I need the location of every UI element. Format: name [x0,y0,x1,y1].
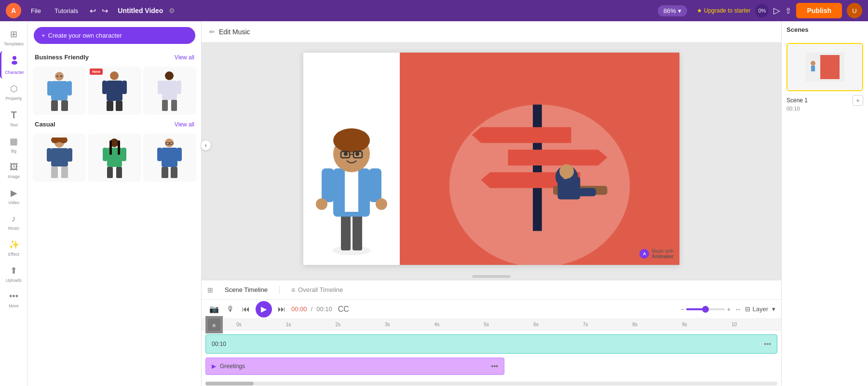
greetings-dots[interactable]: ••• [491,362,498,370]
character-c3[interactable] [143,134,196,182]
character-bf2[interactable]: New [88,67,141,115]
zoom-control[interactable]: 86% ▾ [658,5,687,16]
sidebar-item-property[interactable]: ⬡ Property [0,80,27,105]
share-button[interactable]: ⇧ [785,6,791,15]
expand-timeline-icon[interactable]: ↔ [734,305,741,313]
sidebar-item-image[interactable]: 🖼 Image [0,158,27,183]
svg-rect-19 [171,100,177,111]
sidebar-item-video[interactable]: ▶ Video [0,184,27,209]
sidebar-label-text: Text [10,123,18,127]
business-friendly-grid: New [28,65,201,117]
svg-point-59 [355,152,359,156]
preview-play-button[interactable]: ▷ [773,5,780,16]
character-c2[interactable] [88,134,141,182]
ruler-3s: 3s [385,322,390,327]
upgrade-label: Upgrade to starter [704,7,751,14]
sidebar-icons: ⊞ Templates Character ⬡ Property T Text … [0,21,28,386]
character-panel: + Create your own character Business Fri… [28,21,202,386]
subtitle-button[interactable]: CC [336,303,351,316]
upgrade-button[interactable]: ★ Upgrade to starter [697,7,751,14]
collapse-panel-button[interactable]: ‹ [201,140,211,151]
layer-button[interactable]: ⊟ Layer [745,305,768,313]
svg-rect-40 [162,148,177,167]
tutorials-menu[interactable]: Tutorials [51,5,82,16]
topbar: A File Tutorials ↩ ↪ Untitled Video ⚙ 86… [0,0,868,21]
svg-rect-54 [369,168,381,202]
templates-icon: ⊞ [10,29,17,40]
timeline-scrollbar[interactable] [205,382,777,386]
character-c1[interactable] [33,134,86,182]
text-icon: T [11,110,16,121]
add-scene-button[interactable]: + [853,95,863,106]
ruler-marks-container: 0s 1s 2s 3s 4s 5s 6s 7s 8s 9s 10 [236,322,743,327]
sidebar-item-music[interactable]: ♪ Music [0,210,27,234]
timeline-scrollbar-thumb[interactable] [205,382,254,386]
sidebar-item-bg[interactable]: ▦ Bg [0,132,27,157]
mic-button[interactable]: 🎙 [225,303,236,316]
plus-icon: + [41,32,45,39]
sidebar-item-character[interactable]: Character [0,51,27,79]
tab-overall-timeline[interactable]: ≡ Overall Timeline [287,284,347,296]
svg-rect-52 [345,168,358,212]
publish-button[interactable]: Publish [796,3,842,18]
svg-point-9 [60,75,62,77]
undo-button[interactable]: ↩ [88,4,98,17]
casual-viewall[interactable]: View all [175,121,194,128]
svg-point-48 [332,246,371,255]
track-dots[interactable]: ••• [764,340,771,348]
sidebar-item-templates[interactable]: ⊞ Templates [0,25,27,50]
svg-rect-37 [109,140,112,155]
sidebar-label-property: Property [5,96,22,101]
ruler-2s: 2s [335,322,340,327]
zoom-plus-icon[interactable]: + [727,305,731,313]
file-menu[interactable]: File [27,5,45,16]
user-avatar[interactable]: U [847,3,862,18]
pencil-icon: ✏ [209,28,215,36]
svg-rect-18 [162,100,168,111]
scene-tab-icon: ⊞ [207,286,213,294]
new-badge: New [90,69,102,75]
zoom-minus-icon[interactable]: − [680,305,684,313]
sidebar-item-text[interactable]: T Text [0,106,27,131]
character-bf3[interactable] [143,67,196,115]
svg-rect-44 [177,148,182,161]
video-title[interactable]: Untitled Video [118,7,163,14]
canvas[interactable]: ⤢ ⛶ [303,53,679,265]
ruler-1s: 1s [286,322,291,327]
zoom-track[interactable] [686,308,725,310]
sidebar-label-music: Music [8,226,20,231]
play-button[interactable]: ▶ [256,301,272,317]
svg-rect-26 [47,148,52,162]
animaker-logo: A Made withAnimaker [639,248,674,259]
svg-rect-11 [107,81,122,101]
canvas-scroll-handle[interactable] [472,275,511,278]
property-icon: ⬡ [10,83,18,94]
ruler-6s: 6s [533,322,539,327]
skip-back-button[interactable]: ⏮ [240,303,252,316]
svg-rect-24 [51,166,58,178]
svg-rect-79 [820,55,840,79]
character-bf1[interactable] [33,67,86,115]
ruler-4s: 4s [434,322,440,327]
svg-rect-73 [571,188,596,196]
sidebar-item-effect[interactable]: ✨ Effect [0,235,27,261]
camera-button[interactable]: 📷 [207,303,221,316]
sidebar-item-uploads[interactable]: ⬆ Uploads [0,262,27,287]
tab-divider [279,286,280,294]
edit-music-label[interactable]: Edit Music [219,28,250,36]
zoom-thumb[interactable] [702,306,709,313]
scene-preview [806,53,844,82]
tab-scene-timeline[interactable]: Scene Timeline [221,284,271,295]
sidebar-item-more[interactable]: ••• More [0,288,27,312]
create-character-button[interactable]: + Create your own character [34,27,195,44]
greetings-track-bar[interactable]: ▶ Greetings ••• [205,358,504,375]
skip-forward-button[interactable]: ⏭ [276,303,287,316]
app-logo: A [6,3,21,18]
canvas-background: A Made withAnimaker [400,53,679,265]
scene-card-1[interactable] [787,43,863,91]
main-track-bar[interactable]: 00:10 ••• [205,334,777,354]
redo-button[interactable]: ↪ [100,4,110,17]
layer-dropdown-button[interactable]: ▾ [772,305,775,313]
layer-icon: ⊟ [745,305,750,313]
business-friendly-viewall[interactable]: View all [175,54,194,61]
